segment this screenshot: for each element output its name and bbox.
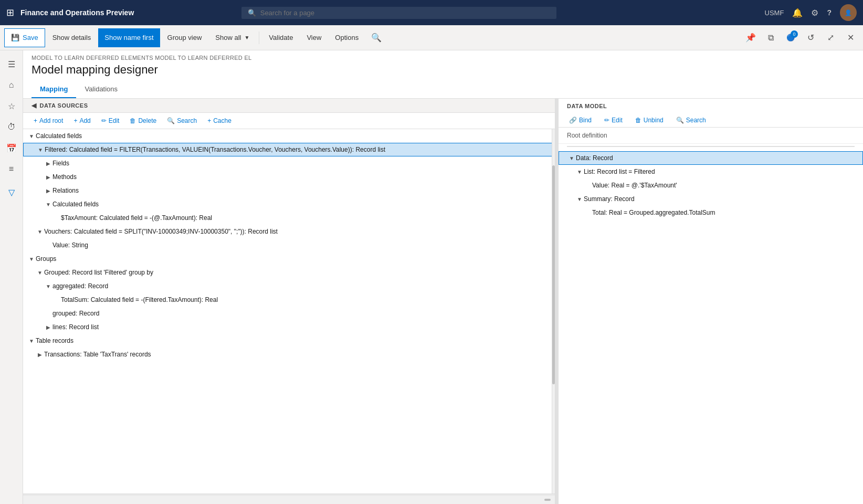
- unbind-button[interactable]: 🗑 Unbind: [633, 116, 666, 125]
- tree-item-grouped[interactable]: ▼ Grouped: Record list 'Filtered' group …: [23, 266, 555, 279]
- tree-toggle[interactable]: ▼: [575, 169, 584, 175]
- separator: [567, 146, 855, 147]
- tree-item-filtered[interactable]: ▼ Filtered: Calculated field = FILTER(Tr…: [23, 143, 555, 156]
- sidebar-list-icon[interactable]: ≡: [2, 160, 21, 178]
- sidebar-home-icon[interactable]: ⌂: [2, 76, 21, 94]
- add-button[interactable]: + Add: [71, 116, 92, 125]
- resize-handle[interactable]: [544, 499, 551, 501]
- search-button[interactable]: 🔍 Search: [165, 116, 199, 125]
- search-dm-button[interactable]: 🔍 Search: [674, 116, 708, 125]
- tree-item-totalsum[interactable]: ▶ TotalSum: Calculated field = -(Filtere…: [23, 293, 555, 307]
- top-search-input[interactable]: [260, 9, 550, 17]
- data-model-header: DATA MODEL: [559, 99, 863, 113]
- left-sidebar: ☰ ⌂ ☆ ⏱ 📅 ≡ ▽: [0, 50, 23, 504]
- edit-button[interactable]: ✏ Edit: [99, 116, 122, 125]
- close-icon[interactable]: ✕: [842, 29, 859, 46]
- avatar[interactable]: 👤: [840, 4, 857, 21]
- bell-icon[interactable]: 🔔: [792, 8, 803, 18]
- sidebar-clock-icon[interactable]: ⏱: [2, 118, 21, 136]
- data-sources-tree[interactable]: ▼ Calculated fields ▼ Filtered: Calculat…: [23, 129, 555, 494]
- refresh-icon[interactable]: ↺: [802, 29, 819, 46]
- search-icon: 🔍: [676, 117, 684, 124]
- delete-button[interactable]: 🗑 Delete: [128, 116, 159, 125]
- bind-button[interactable]: 🔗 Bind: [567, 116, 594, 125]
- save-button[interactable]: 💾 Save: [4, 28, 45, 47]
- tab-validations[interactable]: Validations: [76, 81, 126, 98]
- options-button[interactable]: Options: [329, 28, 365, 47]
- dropdown-arrow-icon: ▼: [244, 35, 249, 40]
- main-area: ☰ ⌂ ☆ ⏱ 📅 ≡ ▽ MODEL TO LEARN DEFERRED EL…: [0, 50, 863, 504]
- tree-toggle[interactable]: ▶: [36, 352, 44, 358]
- tree-item-relations[interactable]: ▶ Relations: [23, 184, 555, 197]
- pin-icon[interactable]: 📌: [742, 29, 759, 46]
- tree-toggle[interactable]: ▼: [36, 270, 44, 276]
- app-title: Finance and Operations Preview: [20, 8, 134, 17]
- tree-toggle[interactable]: ▼: [27, 133, 36, 139]
- edit-dm-button[interactable]: ✏ Edit: [602, 116, 625, 125]
- help-icon[interactable]: ?: [827, 8, 832, 17]
- tabs-bar: Mapping Validations: [23, 81, 863, 99]
- search-icon: 🔍: [248, 9, 256, 17]
- collapse-icon[interactable]: ◀: [31, 102, 37, 109]
- tree-toggle[interactable]: ▼: [44, 202, 52, 207]
- gear-icon[interactable]: ⚙: [811, 8, 818, 18]
- data-model-tree[interactable]: ▼ Data: Record ▼ List: Record list = Fil…: [559, 149, 863, 504]
- tree-item-table-records[interactable]: ▼ Table records: [23, 334, 555, 348]
- tree-toggle[interactable]: ▼: [575, 196, 584, 202]
- top-search-bar[interactable]: 🔍: [241, 7, 556, 19]
- show-all-button[interactable]: Show all ▼: [209, 28, 256, 47]
- tree-item-vouchers[interactable]: ▼ Vouchers: Calculated field = SPLIT("IN…: [23, 225, 555, 238]
- show-details-button[interactable]: Show details: [46, 28, 98, 47]
- sidebar-filter-icon[interactable]: ▽: [2, 183, 21, 202]
- tree-toggle[interactable]: ▼: [36, 147, 45, 153]
- scrollbar-thumb[interactable]: [552, 165, 555, 384]
- tree-toggle[interactable]: ▼: [27, 256, 36, 262]
- tree-toggle[interactable]: ▶: [44, 161, 52, 166]
- expand-icon[interactable]: ⤢: [822, 29, 839, 46]
- dm-tree-item-total[interactable]: ▶ Total: Real = Grouped.aggregated.Total…: [559, 206, 863, 219]
- tree-item-aggregated[interactable]: ▼ aggregated: Record: [23, 279, 555, 293]
- dm-tree-item-list[interactable]: ▼ List: Record list = Filtered: [559, 165, 863, 178]
- badge-icon[interactable]: 🔵 0: [782, 29, 799, 46]
- tree-toggle[interactable]: ▼: [44, 284, 52, 289]
- dm-tree-item-summary[interactable]: ▼ Summary: Record: [559, 192, 863, 206]
- tree-toggle[interactable]: ▼: [36, 229, 44, 235]
- add-root-button[interactable]: + Add root: [31, 116, 65, 125]
- sidebar-menu-icon[interactable]: ☰: [2, 55, 21, 74]
- view-button[interactable]: View: [300, 28, 328, 47]
- user-company: USMF: [765, 9, 784, 17]
- top-navigation: ⊞ Finance and Operations Preview 🔍 USMF …: [0, 0, 863, 25]
- tree-toggle[interactable]: ▼: [27, 338, 36, 344]
- tree-item-calc-fields-child[interactable]: ▼ Calculated fields: [23, 197, 555, 211]
- search-page-button[interactable]: 🔍: [368, 29, 385, 46]
- dm-tree-item-value[interactable]: ▶ Value: Real = @.'$TaxAmount': [559, 178, 863, 192]
- tree-item-transactions[interactable]: ▶ Transactions: Table 'TaxTrans' records: [23, 348, 555, 361]
- tab-mapping[interactable]: Mapping: [31, 81, 76, 98]
- group-view-button[interactable]: Group view: [161, 28, 208, 47]
- apps-grid-icon[interactable]: ⊞: [6, 7, 14, 18]
- toolbar-separator: [259, 32, 259, 44]
- sidebar-calendar-icon[interactable]: 📅: [2, 139, 21, 158]
- tree-item-fields[interactable]: ▶ Fields: [23, 156, 555, 170]
- cache-button[interactable]: + Cache: [205, 116, 234, 125]
- sidebar-star-icon[interactable]: ☆: [2, 97, 21, 116]
- data-sources-header: ◀ DATA SOURCES: [23, 99, 555, 113]
- tree-item-groups[interactable]: ▼ Groups: [23, 252, 555, 266]
- panel-footer: [23, 496, 555, 504]
- tree-toggle[interactable]: ▼: [567, 155, 576, 161]
- dm-tree-item-data-record[interactable]: ▼ Data: Record: [559, 151, 863, 165]
- tree-item-value-string[interactable]: ▶ Value: String: [23, 238, 555, 252]
- show-name-first-button[interactable]: Show name first: [98, 28, 160, 47]
- tree-item-methods[interactable]: ▶ Methods: [23, 170, 555, 184]
- tree-item-calc-fields-root[interactable]: ▼ Calculated fields: [23, 129, 555, 143]
- validate-button[interactable]: Validate: [262, 28, 299, 47]
- popout-icon[interactable]: ⧉: [762, 29, 779, 46]
- tree-item-grouped-record[interactable]: ▶ grouped: Record: [23, 307, 555, 320]
- tree-item-lines[interactable]: ▶ lines: Record list: [23, 320, 555, 334]
- tree-toggle[interactable]: ▶: [44, 324, 52, 330]
- panels-container: ◀ DATA SOURCES + Add root + Add ✏ Edit: [23, 99, 863, 504]
- tree-toggle[interactable]: ▶: [44, 174, 52, 180]
- tree-item-tax-amount[interactable]: ▶ $TaxAmount: Calculated field = -(@.Tax…: [23, 211, 555, 225]
- scrollbar-track[interactable]: [552, 129, 555, 494]
- tree-toggle[interactable]: ▶: [44, 188, 52, 194]
